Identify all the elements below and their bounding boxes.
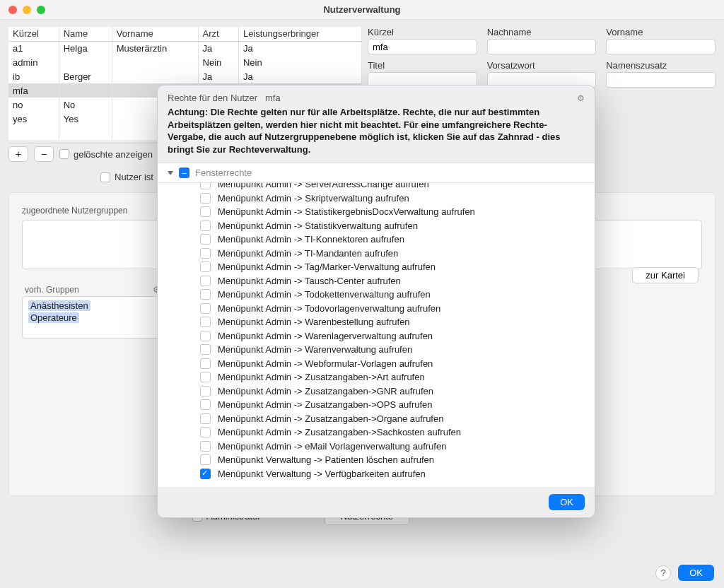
- table-cell: Nein: [238, 55, 361, 69]
- th-leist[interactable]: Leistungserbringer: [238, 27, 361, 41]
- right-row[interactable]: Menüpunkt Admin -> Todovorlagenverwaltun…: [158, 302, 595, 316]
- right-row[interactable]: Menüpunkt Admin -> Warenverwaltung aufru…: [158, 343, 595, 357]
- right-label: Menüpunkt Admin -> Zusatzangaben->GNR au…: [218, 386, 433, 396]
- ok-button[interactable]: OK: [678, 565, 714, 581]
- right-row[interactable]: Menüpunkt Admin -> TI-Konnektoren aufruf…: [158, 233, 595, 247]
- table-cell: Nein: [198, 55, 238, 69]
- th-kuerzel[interactable]: Kürzel: [8, 27, 59, 41]
- checkbox-icon[interactable]: [200, 206, 211, 217]
- checkbox-icon[interactable]: [200, 454, 211, 465]
- gear-icon[interactable]: ⚙: [577, 93, 585, 103]
- input-nachname[interactable]: [487, 39, 597, 54]
- group-item[interactable]: Operateure: [23, 312, 163, 324]
- label-kuerzel: Kürzel: [368, 27, 477, 37]
- right-row[interactable]: Menüpunkt Admin -> Webformular-Vorlagen …: [158, 357, 595, 371]
- checkbox-icon[interactable]: [200, 469, 211, 479]
- th-name[interactable]: Name: [59, 27, 112, 41]
- checkbox-icon[interactable]: [200, 441, 211, 452]
- table-cell: mfa: [8, 83, 59, 98]
- input-namenszusatz[interactable]: [606, 72, 716, 88]
- right-label: Menüpunkt Admin -> Tag/Marker-Verwaltung…: [218, 261, 436, 272]
- right-label: Menüpunkt Admin -> Zusatzangaben->Organe…: [218, 413, 443, 424]
- right-row[interactable]: Menüpunkt Admin -> TI-Mandanten aufrufen: [158, 247, 595, 261]
- table-cell: yes: [8, 112, 59, 126]
- input-kuerzel[interactable]: [368, 39, 477, 54]
- rights-modal: Rechte für den Nutzer mfa ⚙ Achtung: Die…: [157, 85, 595, 518]
- right-row[interactable]: Menüpunkt Admin -> StatistikergebnisDocx…: [158, 205, 595, 219]
- zur-kartei-button[interactable]: zur Kartei: [632, 267, 699, 283]
- checkbox-icon[interactable]: [200, 372, 211, 382]
- checkbox-icon[interactable]: [200, 399, 211, 410]
- checkbox-icon[interactable]: [200, 234, 211, 245]
- show-deleted-label: gelöschte anzeigen: [74, 149, 153, 160]
- label-titel: Titel: [368, 60, 477, 71]
- show-deleted-checkbox[interactable]: gelöschte anzeigen: [59, 149, 153, 160]
- right-row[interactable]: Menüpunkt Admin -> Skriptverwaltung aufr…: [158, 192, 595, 206]
- checkbox-icon[interactable]: [200, 317, 211, 327]
- table-cell: Ja: [238, 41, 361, 55]
- right-row[interactable]: Menüpunkt Admin -> Warenbestellung aufru…: [158, 315, 595, 329]
- checkbox-icon[interactable]: [200, 413, 211, 424]
- right-label: Menüpunkt Admin -> Tausch-Center aufrufe…: [218, 276, 401, 286]
- checkbox-icon[interactable]: [200, 261, 211, 272]
- help-button[interactable]: ?: [655, 565, 671, 581]
- section-label: Fensterrechte: [195, 167, 252, 178]
- table-row[interactable]: adminNeinNein: [8, 55, 362, 69]
- checkbox-icon[interactable]: [200, 248, 211, 259]
- right-row[interactable]: Menüpunkt Admin -> Zusatzangaben->OPS au…: [158, 398, 595, 412]
- right-row[interactable]: Menüpunkt Admin -> Zusatzangaben->Organe…: [158, 412, 595, 426]
- table-cell: Yes: [59, 112, 112, 126]
- checkbox-icon: [59, 149, 69, 159]
- right-row[interactable]: Menüpunkt Verwaltung -> Verfügbarkeiten …: [158, 467, 595, 481]
- right-label: Menüpunkt Admin -> Statistikverwaltung a…: [218, 220, 418, 231]
- right-row[interactable]: Menüpunkt Admin -> Todokettenverwaltung …: [158, 288, 595, 302]
- checkbox-icon[interactable]: [200, 276, 211, 286]
- checkbox-icon[interactable]: [200, 427, 211, 437]
- modal-warning: Achtung: Die Rechte gelten nur für alle …: [158, 106, 595, 163]
- checkbox-icon[interactable]: [200, 358, 211, 369]
- checkbox-icon[interactable]: [200, 331, 211, 341]
- table-row[interactable]: a1HelgaMusterärztinJaJa: [8, 41, 362, 55]
- checkbox-icon[interactable]: [200, 289, 211, 300]
- group-item[interactable]: Anästhesisten: [23, 300, 163, 312]
- right-row[interactable]: Menüpunkt Admin -> Warenlagerverwaltung …: [158, 329, 595, 343]
- remove-user-button[interactable]: −: [34, 146, 54, 162]
- right-row[interactable]: Menüpunkt Verwaltung -> Patienten lösche…: [158, 453, 595, 467]
- right-label: Menüpunkt Admin -> ServerAdressChange au…: [218, 183, 429, 189]
- right-row[interactable]: Menüpunkt Admin -> Zusatzangaben->GNR au…: [158, 384, 595, 399]
- rights-section-header[interactable]: – Fensterrechte: [158, 163, 595, 183]
- label-namenszusatz: Namenszusatz: [606, 60, 716, 71]
- checkbox-icon[interactable]: [200, 386, 211, 396]
- th-vorname[interactable]: Vorname: [112, 27, 198, 41]
- table-cell: No: [59, 98, 112, 112]
- checkbox-icon[interactable]: [200, 303, 211, 314]
- checkbox-icon[interactable]: [200, 220, 211, 231]
- right-label: Menüpunkt Admin -> TI-Konnektoren aufruf…: [218, 234, 404, 245]
- checkbox-icon[interactable]: [200, 183, 211, 189]
- checkbox-icon[interactable]: [200, 193, 211, 204]
- table-cell: Ja: [198, 41, 238, 55]
- th-arzt[interactable]: Arzt: [198, 27, 238, 41]
- right-row[interactable]: Menüpunkt Admin -> Zusatzangaben->Art au…: [158, 370, 595, 384]
- right-row[interactable]: Menüpunkt Admin -> Statistikverwaltung a…: [158, 219, 595, 233]
- right-label: Menüpunkt Admin -> TI-Mandanten aufrufen: [218, 248, 398, 259]
- right-row[interactable]: Menüpunkt Admin -> Zusatzangaben->Sachko…: [158, 425, 595, 440]
- table-row[interactable]: ibBergerJaJa: [8, 69, 362, 83]
- right-row[interactable]: Menüpunkt Admin -> ServerAdressChange au…: [158, 183, 595, 192]
- right-label: Menüpunkt Admin -> Zusatzangaben->OPS au…: [218, 399, 433, 410]
- indeterminate-icon: –: [179, 167, 189, 178]
- right-label: Menüpunkt Admin -> Webformular-Vorlagen …: [218, 358, 433, 369]
- table-cell: ib: [8, 69, 59, 83]
- input-vorname[interactable]: [606, 39, 716, 54]
- right-row[interactable]: Menüpunkt Admin -> Tausch-Center aufrufe…: [158, 274, 595, 288]
- table-cell: Helga: [59, 41, 112, 55]
- available-groups-list[interactable]: Anästhesisten Operateure: [22, 296, 163, 339]
- add-user-button[interactable]: +: [8, 146, 28, 162]
- table-cell: Ja: [238, 69, 361, 83]
- modal-ok-button[interactable]: OK: [549, 494, 585, 510]
- rights-list[interactable]: Menüpunkt Admin -> ServerAdressChange au…: [158, 183, 595, 487]
- checkbox-icon[interactable]: [200, 344, 211, 355]
- right-row[interactable]: Menüpunkt Admin -> Tag/Marker-Verwaltung…: [158, 260, 595, 274]
- checkbox-icon: [100, 172, 110, 182]
- right-row[interactable]: Menüpunkt Admin -> eMail Vorlagenverwalt…: [158, 440, 595, 454]
